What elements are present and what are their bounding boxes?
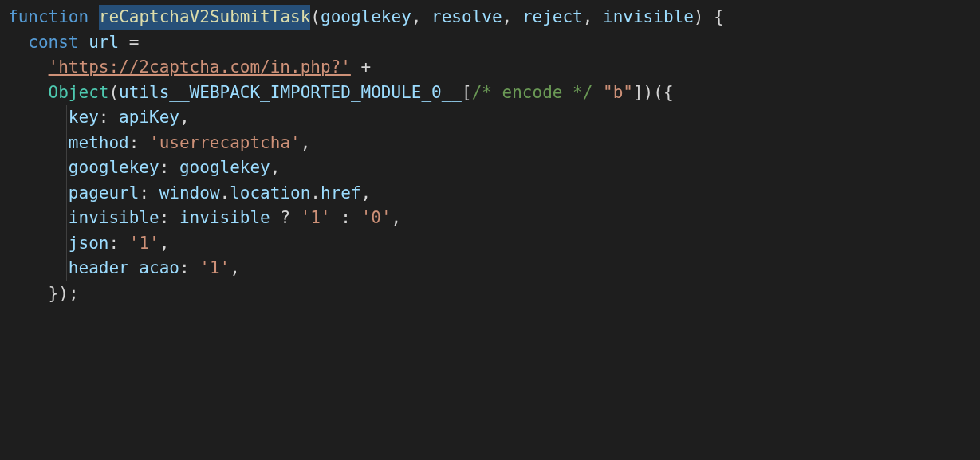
space: [119, 30, 129, 56]
indent: [8, 131, 69, 156]
paren-open: (: [108, 81, 119, 106]
comma: ,: [392, 206, 402, 231]
operator-ternary-c: :: [340, 206, 351, 231]
brace-open: {: [663, 81, 674, 106]
paren-close: ): [643, 81, 654, 106]
dot: .: [220, 181, 230, 206]
comma: ,: [301, 131, 311, 156]
code-line[interactable]: function reCaptchaV2SubmitTask(googlekey…: [8, 5, 980, 30]
space: [139, 30, 149, 56]
comma: ,: [583, 5, 603, 30]
builtin-object: Object: [49, 81, 109, 106]
code-line[interactable]: method: 'userrecaptcha',: [8, 131, 980, 156]
code-line[interactable]: key: apiKey,: [8, 105, 980, 131]
variable-utils: utils__WEBPACK_IMPORTED_MODULE_0__: [119, 81, 462, 106]
indent: [8, 181, 69, 206]
indent: [8, 155, 69, 181]
space: [331, 206, 341, 231]
colon: :: [108, 231, 128, 257]
builtin-location: location: [230, 181, 310, 206]
builtin-window: window: [159, 181, 220, 206]
indent: [8, 206, 69, 231]
operator-plus: +: [361, 55, 372, 81]
builtin-href: href: [321, 181, 361, 206]
string-1: '1': [301, 206, 331, 231]
code-editor[interactable]: function reCaptchaV2SubmitTask(googlekey…: [0, 0, 980, 306]
code-line[interactable]: invisible: invisible ? '1' : '0',: [8, 206, 980, 231]
string-1: '1': [129, 231, 159, 257]
paren-close: ): [694, 5, 704, 30]
indent: [8, 105, 69, 131]
colon: :: [159, 155, 179, 181]
operator-ternary-q: ?: [280, 206, 290, 231]
operator-eq: =: [129, 30, 140, 56]
space: [592, 81, 603, 106]
string-url: 'https://2captcha.com/in.php?': [49, 55, 351, 81]
value-apikey: apiKey: [119, 105, 179, 131]
comma: ,: [159, 231, 170, 257]
space: [290, 206, 301, 231]
code-line[interactable]: pageurl: window.location.href,: [8, 181, 980, 206]
indent: [8, 281, 49, 307]
function-name: reCaptchaV2SubmitTask: [99, 5, 311, 30]
code-line[interactable]: 'https://2captcha.com/in.php?' +: [8, 55, 980, 81]
indent: [8, 256, 69, 281]
variable-url: url: [89, 30, 119, 56]
comma: ,: [502, 5, 522, 30]
code-line[interactable]: });: [8, 281, 980, 307]
value-googlekey: googlekey: [179, 155, 270, 181]
keyword-const: const: [28, 30, 78, 56]
colon: :: [159, 206, 179, 231]
bracket-close: ]: [633, 81, 643, 106]
colon: :: [139, 181, 159, 206]
space: [351, 55, 361, 81]
space: [270, 206, 281, 231]
indent: [8, 55, 49, 81]
colon: :: [179, 256, 199, 281]
string-0: '0': [361, 206, 392, 231]
space: [351, 206, 361, 231]
comma: ,: [179, 105, 190, 131]
brace-open: {: [714, 5, 724, 30]
string-b: "b": [603, 81, 633, 106]
paren-open: (: [310, 5, 321, 30]
paren-open: (: [653, 81, 663, 106]
space: [89, 5, 99, 30]
comma: ,: [411, 5, 431, 30]
indent: [8, 81, 49, 106]
comma: ,: [230, 256, 240, 281]
prop-pageurl: pageurl: [69, 181, 140, 206]
prop-invisible: invisible: [69, 206, 159, 231]
prop-json: json: [69, 231, 109, 257]
colon: :: [129, 131, 149, 156]
bracket-open: [: [462, 81, 472, 106]
paren-close: ): [58, 281, 69, 307]
code-line[interactable]: header_acao: '1',: [8, 256, 980, 281]
param-googlekey: googlekey: [321, 5, 411, 30]
code-line[interactable]: json: '1',: [8, 231, 980, 257]
value-invisible: invisible: [179, 206, 270, 231]
string-1: '1': [199, 256, 230, 281]
string-userrecaptcha: 'userrecaptcha': [149, 131, 301, 156]
code-line[interactable]: const url =: [8, 30, 980, 56]
code-line[interactable]: googlekey: googlekey,: [8, 155, 980, 181]
param-reject: reject: [522, 5, 583, 30]
param-resolve: resolve: [431, 5, 502, 30]
comment-encode: /* encode */: [472, 81, 593, 106]
comma: ,: [361, 181, 372, 206]
param-invisible: invisible: [603, 5, 694, 30]
keyword-function: function: [8, 5, 89, 30]
comma: ,: [270, 155, 281, 181]
space: [704, 5, 714, 30]
dot: .: [310, 181, 321, 206]
code-line[interactable]: Object(utils__WEBPACK_IMPORTED_MODULE_0_…: [8, 81, 980, 106]
brace-close: }: [49, 281, 59, 307]
colon: :: [99, 105, 119, 131]
prop-method: method: [69, 131, 129, 156]
prop-header-acao: header_acao: [69, 256, 179, 281]
prop-googlekey: googlekey: [69, 155, 159, 181]
semicolon: ;: [69, 281, 79, 307]
prop-key: key: [69, 105, 99, 131]
space: [79, 30, 89, 56]
indent: [8, 231, 69, 257]
